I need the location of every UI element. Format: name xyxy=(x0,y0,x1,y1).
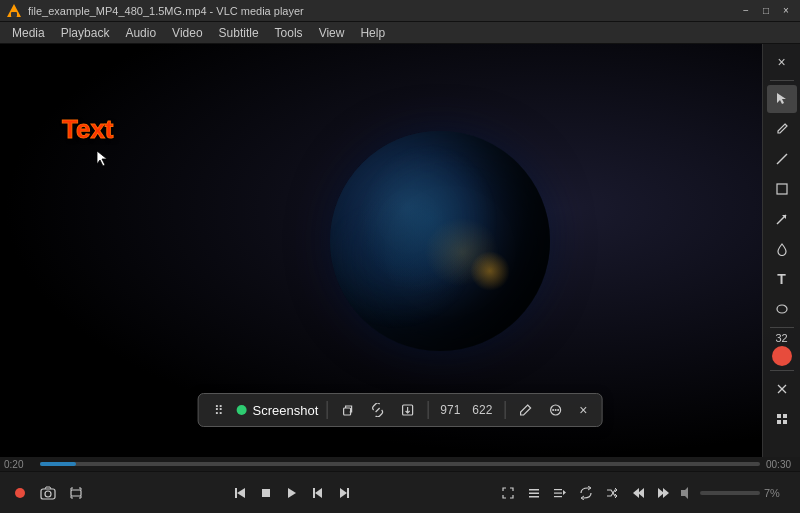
fast-button[interactable] xyxy=(652,481,676,505)
stretch-button[interactable] xyxy=(64,481,88,505)
frame-prev-button[interactable] xyxy=(306,481,330,505)
toolbar-line-button[interactable] xyxy=(767,145,797,173)
svg-marker-23 xyxy=(237,488,245,498)
rect-icon xyxy=(775,182,789,196)
loop-icon xyxy=(579,486,593,500)
menu-media[interactable]: Media xyxy=(4,24,53,42)
playlist-icon xyxy=(553,486,567,500)
stop-button[interactable] xyxy=(254,481,278,505)
toolbar-drop-button[interactable] xyxy=(767,235,797,263)
toolbar-pen-button[interactable] xyxy=(767,115,797,143)
svg-rect-25 xyxy=(262,489,270,497)
progress-track[interactable] xyxy=(40,462,760,466)
close-icon: × xyxy=(777,54,785,70)
frame-next-button[interactable] xyxy=(332,481,356,505)
screenshot-edit-button[interactable] xyxy=(513,398,537,422)
frame-next-icon xyxy=(337,486,351,500)
svg-rect-9 xyxy=(783,414,787,418)
record-button[interactable] xyxy=(8,481,32,505)
toolbar-flip-button[interactable] xyxy=(767,375,797,403)
fast-icon xyxy=(657,486,671,500)
screenshot-link-button[interactable] xyxy=(365,398,389,422)
svg-rect-35 xyxy=(554,492,562,493)
time-total: 00:30 xyxy=(766,459,796,470)
slow-button[interactable] xyxy=(626,481,650,505)
snapshot-button[interactable] xyxy=(36,481,60,505)
play-button[interactable] xyxy=(280,481,304,505)
menu-audio[interactable]: Audio xyxy=(117,24,164,42)
maximize-button[interactable]: □ xyxy=(758,3,774,19)
volume-slider[interactable] xyxy=(700,491,760,495)
title-bar-left: file_example_MP4_480_1.5MG.mp4 - VLC med… xyxy=(6,3,304,19)
grid-icon xyxy=(775,412,789,426)
earth-visual xyxy=(330,131,550,351)
svg-marker-26 xyxy=(288,488,296,498)
text-icon: T xyxy=(777,271,786,287)
svg-marker-37 xyxy=(563,490,566,495)
screenshot-coordinates: 971 622 xyxy=(436,403,496,417)
more-icon xyxy=(548,403,562,417)
toolbar-grid-button[interactable] xyxy=(767,405,797,433)
menu-bar: Media Playback Audio Video Subtitle Tool… xyxy=(0,22,800,44)
volume-percent: 7% xyxy=(764,487,792,499)
line-icon xyxy=(775,152,789,166)
svg-point-21 xyxy=(45,491,51,497)
screenshot-copy-button[interactable] xyxy=(335,398,359,422)
toolbar-text-button[interactable]: T xyxy=(767,265,797,293)
playlist-button[interactable] xyxy=(548,481,572,505)
minimize-button[interactable]: − xyxy=(738,3,754,19)
volume-icon xyxy=(680,486,696,500)
fullscreen-icon xyxy=(501,486,515,500)
random-button[interactable] xyxy=(600,481,624,505)
progress-fill xyxy=(40,462,76,466)
toolbar-rect-button[interactable] xyxy=(767,175,797,203)
snapshot-icon xyxy=(40,486,56,500)
svg-rect-12 xyxy=(343,408,350,415)
extended-button[interactable] xyxy=(522,481,546,505)
slow-icon xyxy=(631,486,645,500)
menu-tools[interactable]: Tools xyxy=(267,24,311,42)
screenshot-divider-3 xyxy=(504,401,505,419)
stretch-icon xyxy=(69,486,83,500)
link-icon xyxy=(370,403,384,417)
screenshot-close-button[interactable]: × xyxy=(573,400,593,420)
svg-rect-24 xyxy=(235,488,237,498)
menu-video[interactable]: Video xyxy=(164,24,210,42)
cursor-icon xyxy=(775,92,789,106)
toolbar-divider-2 xyxy=(770,327,794,328)
screenshot-y: 622 xyxy=(468,403,496,417)
svg-rect-8 xyxy=(777,414,781,418)
flip-icon xyxy=(775,382,789,396)
menu-help[interactable]: Help xyxy=(352,24,393,42)
toolbar-cursor-button[interactable] xyxy=(767,85,797,113)
screenshot-drag-handle[interactable]: ⠿ xyxy=(207,398,231,422)
loop-button[interactable] xyxy=(574,481,598,505)
menu-subtitle[interactable]: Subtitle xyxy=(211,24,267,42)
toolbar-ellipse-button[interactable] xyxy=(767,295,797,323)
menu-playback[interactable]: Playback xyxy=(53,24,118,42)
toolbar-arrow-button[interactable] xyxy=(767,205,797,233)
fullscreen-button[interactable] xyxy=(496,481,520,505)
pen-icon xyxy=(775,122,789,136)
random-icon xyxy=(605,486,619,500)
screenshot-save-button[interactable] xyxy=(395,398,419,422)
svg-marker-27 xyxy=(315,488,322,498)
screenshot-more-button[interactable] xyxy=(543,398,567,422)
extra-controls xyxy=(496,481,676,505)
prev-button[interactable] xyxy=(228,481,252,505)
close-button[interactable]: × xyxy=(778,3,794,19)
mouse-cursor-icon xyxy=(96,150,108,168)
edit-icon xyxy=(518,403,532,417)
toolbar-close-button[interactable]: × xyxy=(767,48,797,76)
svg-rect-31 xyxy=(529,489,539,491)
color-picker-dot[interactable] xyxy=(772,346,792,366)
progress-bar-area: 0:20 00:30 xyxy=(0,457,800,471)
menu-view[interactable]: View xyxy=(311,24,353,42)
time-current: 0:20 xyxy=(4,459,34,470)
annotation-toolbar: × xyxy=(762,44,800,457)
save-icon xyxy=(400,403,414,417)
title-bar: file_example_MP4_480_1.5MG.mp4 - VLC med… xyxy=(0,0,800,22)
svg-rect-22 xyxy=(71,490,81,496)
stop-icon xyxy=(259,486,273,500)
svg-rect-3 xyxy=(777,184,787,194)
